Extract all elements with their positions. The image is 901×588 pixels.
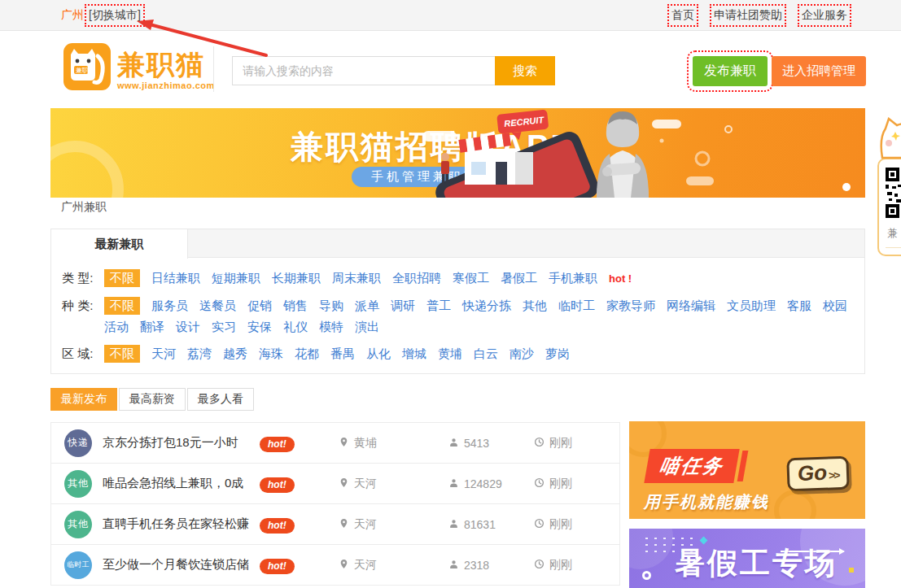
carousel-dot[interactable] <box>842 183 851 191</box>
filter-option-link[interactable]: 长期兼职 <box>272 271 321 285</box>
filter-option-link[interactable]: 礼仪 <box>283 320 308 333</box>
manage-recruit-button[interactable]: 进入招聘管理 <box>772 56 866 86</box>
filter-option-link[interactable]: 设计 <box>176 320 200 333</box>
post-job-button[interactable]: 发布兼职 <box>693 56 768 86</box>
filter-option-link[interactable]: 荔湾 <box>187 346 212 360</box>
filter-option-link[interactable]: 花都 <box>295 346 319 360</box>
clock-icon <box>534 518 545 531</box>
summer-job-promo-banner[interactable]: 暑假工专场 <box>629 529 865 588</box>
filter-option-link[interactable]: 增城 <box>402 346 426 360</box>
job-location: 天河 <box>354 477 377 491</box>
page: 广州 [切换城市] 首页申请社团赞助企业服务 兼职 兼职猫 www.jianzh… <box>0 0 901 588</box>
hot-badge-wrap: hot! <box>260 558 339 573</box>
topbar-nav-item[interactable]: 企业服务 <box>802 8 847 23</box>
location-pin-icon <box>339 518 349 531</box>
filter-option-link[interactable]: 调研 <box>391 298 415 312</box>
qr-code <box>886 168 901 218</box>
go-label: Go <box>797 460 827 486</box>
hot-badge-wrap: hot! <box>260 436 339 451</box>
job-post-time: 刚刚 <box>549 477 572 491</box>
search-input[interactable] <box>232 56 495 85</box>
qr-float-widget: 兼 <box>877 117 901 256</box>
job-category-badge: 快递 <box>64 429 92 457</box>
sort-tab[interactable]: 最高薪资 <box>119 388 186 411</box>
filter-option-link[interactable]: 销售 <box>283 298 308 312</box>
filter-option-link[interactable]: 演出 <box>355 320 379 333</box>
filter-option-link[interactable]: 番禺 <box>330 346 355 360</box>
filter-options: 不限天河荔湾越秀海珠花都番禺从化增城黄埔白云南沙萝岗 <box>104 343 858 364</box>
job-title[interactable]: 京东分拣打包18元一小时 <box>103 435 260 451</box>
filter-selected-option[interactable]: 不限 <box>104 345 140 363</box>
sort-tab[interactable]: 最新发布 <box>50 388 117 411</box>
filter-option-link[interactable]: 从化 <box>366 346 391 360</box>
person-icon <box>448 477 459 490</box>
topbar-nav-item[interactable]: 首页 <box>671 8 694 23</box>
filter-option-link[interactable]: 其他 <box>523 298 547 312</box>
job-post-time: 刚刚 <box>549 436 572 451</box>
tab-latest-jobs[interactable]: 最新兼职 <box>51 229 188 259</box>
filter-option-link[interactable]: 天河 <box>151 346 176 360</box>
filter-option-link[interactable]: 翻译 <box>140 320 164 333</box>
filter-option-link[interactable]: 寒假工 <box>453 271 489 285</box>
section-title: 广州兼职 <box>61 200 107 215</box>
cat-mascot-icon <box>877 117 901 159</box>
filter-option-link[interactable]: 文员助理 <box>727 298 776 312</box>
filter-option-link[interactable]: 越秀 <box>223 346 247 360</box>
job-location: 黄埔 <box>354 436 377 451</box>
app-banner[interactable]: 兼职猫招聘版APP 手机管理兼职更方便 <box>50 108 865 198</box>
filter-option-link[interactable]: 家教导师 <box>606 298 655 312</box>
filter-option-link[interactable]: 送餐员 <box>199 298 236 312</box>
job-title[interactable]: 直聘手机任务员在家轻松赚 <box>103 516 260 532</box>
filter-row: 区 域:不限天河荔湾越秀海珠花都番禺从化增城黄埔白云南沙萝岗 <box>62 343 858 364</box>
filter-option-link[interactable]: 导购 <box>319 298 343 312</box>
job-view-count: 5413 <box>464 437 489 450</box>
logo[interactable]: 兼职 兼职猫 www.jianzhimao.com <box>63 43 215 90</box>
miao-task-promo-banner[interactable]: 喵任务 用手机就能赚钱 Go >> <box>629 421 865 519</box>
filter-option-link[interactable]: 网络编辑 <box>667 298 715 312</box>
promo-badge: 喵任务 <box>644 449 739 483</box>
person-icon <box>448 437 459 450</box>
filter-option-link[interactable]: 黄埔 <box>438 346 462 360</box>
job-location: 天河 <box>354 558 377 573</box>
filter-option-link[interactable]: 萝岗 <box>545 346 570 360</box>
switch-city-link[interactable]: [切换城市] <box>89 8 141 23</box>
filter-rows: 类 型:不限日结兼职短期兼职长期兼职周末兼职全职招聘寒假工暑假工手机兼职hot … <box>51 258 864 377</box>
filter-option-link[interactable]: 周末兼职 <box>332 271 381 285</box>
topbar-nav-item[interactable]: 申请社团赞助 <box>714 8 782 23</box>
filter-option-link[interactable]: 派单 <box>355 298 379 312</box>
clock-icon <box>534 437 545 450</box>
filter-selected-option[interactable]: 不限 <box>104 297 140 315</box>
filter-option-link[interactable]: 临时工 <box>558 298 595 312</box>
job-row[interactable]: 其他唯品会急招线上兼职，0成hot!天河124829刚刚 <box>50 463 620 504</box>
filter-option-link[interactable]: 手机兼职 <box>549 271 597 285</box>
search-button[interactable]: 搜索 <box>495 56 555 85</box>
filter-option-link[interactable]: 海珠 <box>259 346 283 360</box>
promo-badge-bar <box>737 451 749 481</box>
job-row[interactable]: 临时工至少做一个月餐饮连锁店储hot!天河2318刚刚 <box>50 544 620 586</box>
filter-option-link[interactable]: 快递分拣 <box>462 298 511 312</box>
job-row[interactable]: 快递京东分拣打包18元一小时hot!黄埔5413刚刚 <box>50 422 620 464</box>
banner-ring-decoration <box>50 141 124 198</box>
filter-option-link[interactable]: 短期兼职 <box>212 271 260 285</box>
filter-option-link[interactable]: 安保 <box>247 320 272 333</box>
filter-option-link[interactable]: 促销 <box>247 298 272 312</box>
filter-option-link[interactable]: 日结兼职 <box>151 271 200 285</box>
sort-bar: 最新发布最高薪资最多人看 <box>50 388 256 411</box>
hot-badge: hot! <box>260 518 295 534</box>
filter-option-link[interactable]: 实习 <box>212 320 236 333</box>
ring-decoration <box>642 571 651 580</box>
filter-selected-option[interactable]: 不限 <box>104 269 140 287</box>
filter-option-link[interactable]: 服务员 <box>151 298 188 312</box>
filter-option-link[interactable]: 模特 <box>319 320 343 333</box>
filter-option-link[interactable]: 白云 <box>474 346 498 360</box>
job-row[interactable]: 其他直聘手机任务员在家轻松赚hot!天河81631刚刚 <box>50 503 620 545</box>
sort-tab[interactable]: 最多人看 <box>187 388 254 411</box>
job-title[interactable]: 至少做一个月餐饮连锁店储 <box>103 557 260 573</box>
go-button[interactable]: Go >> <box>786 456 850 492</box>
filter-option-link[interactable]: 客服 <box>787 298 811 312</box>
filter-option-link[interactable]: 全职招聘 <box>392 271 441 285</box>
job-title[interactable]: 唯品会急招线上兼职，0成 <box>103 476 260 491</box>
filter-option-link[interactable]: 南沙 <box>510 346 534 360</box>
filter-option-link[interactable]: 普工 <box>426 298 451 312</box>
filter-option-link[interactable]: 暑假工 <box>501 271 537 285</box>
